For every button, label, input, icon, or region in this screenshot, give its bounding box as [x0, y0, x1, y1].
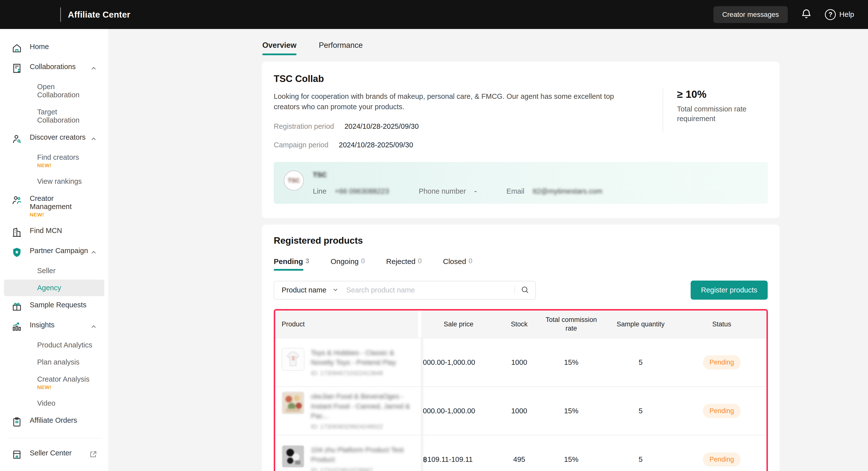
creator-messages-button[interactable]: Creator messages	[713, 6, 788, 23]
sidebar-item-insights[interactable]: Insights	[4, 317, 104, 336]
tab-rejected[interactable]: Rejected 0	[386, 257, 422, 271]
cell-stock: 1000	[496, 407, 543, 415]
cell-commission-rate: 15%	[543, 358, 600, 367]
product-thumbnail	[282, 348, 305, 371]
sidebar-item-plan-analysis[interactable]: Plan analysis	[4, 354, 104, 371]
sidebar-item-label: Plan analysis	[37, 358, 97, 366]
table-row[interactable]: 104 zhu Platform Product Test Product ID…	[275, 435, 767, 471]
campaign-description: Looking for cooperation with brands of m…	[274, 91, 633, 112]
register-products-button[interactable]: Register products	[691, 281, 768, 300]
sidebar-item-agency[interactable]: Agency	[4, 280, 104, 296]
chevron-up-icon	[90, 65, 97, 72]
sidebar-item-label: View rankings	[37, 177, 97, 186]
search-input[interactable]	[346, 286, 512, 294]
sidebar-item-label: Video	[37, 399, 97, 407]
sidebar-item-affiliate-orders[interactable]: Affiliate Orders	[4, 412, 104, 432]
registered-products-card: Registered products Pending 3 Ongoing 0 …	[262, 225, 780, 471]
new-badge: NEW!	[30, 212, 97, 218]
sidebar-item-creator-analysis[interactable]: Creator Analysis NEW!	[4, 371, 104, 395]
tab-label: Closed	[443, 257, 466, 266]
sidebar-item-discover-creators[interactable]: Discover creators	[4, 129, 104, 149]
search-icon[interactable]	[521, 285, 529, 295]
notifications-button[interactable]	[801, 8, 812, 21]
sidebar-item-seller[interactable]: Seller	[4, 262, 104, 279]
sidebar-item-seller-center[interactable]: Seller Center	[4, 445, 104, 464]
sidebar-item-sample-requests[interactable]: Sample Requests	[4, 297, 104, 316]
tab-count: 3	[305, 257, 309, 266]
sidebar-item-collaborations[interactable]: Collaborations	[4, 58, 104, 78]
sidebar-item-find-creators[interactable]: Find creators NEW!	[4, 149, 104, 172]
cell-status: Pending	[681, 452, 762, 467]
tab-performance[interactable]: Performance	[319, 41, 363, 55]
shield-icon	[11, 247, 22, 258]
topbar-brand: Affiliate Center	[0, 0, 130, 29]
cell-status: Pending	[681, 404, 762, 418]
new-badge: NEW!	[37, 384, 97, 390]
page-tabs: Overview Performance	[262, 36, 868, 55]
sidebar-item-label: Sample Requests	[30, 301, 97, 309]
tab-pending[interactable]: Pending 3	[274, 257, 309, 271]
discover-creators-icon	[11, 133, 22, 145]
chevron-down-icon	[332, 286, 339, 294]
product-thumbnail	[282, 445, 305, 468]
tab-ongoing[interactable]: Ongoing 0	[331, 257, 365, 271]
header-stock: Stock	[496, 320, 543, 328]
gift-icon	[11, 301, 22, 312]
tab-closed[interactable]: Closed 0	[443, 257, 472, 271]
search-field-dropdown[interactable]: Product name	[282, 286, 339, 294]
sidebar-item-label: Collaborations	[30, 63, 90, 71]
registered-products-title: Registered products	[274, 236, 768, 246]
campaign-title: TSC Collab	[274, 73, 663, 84]
table-row[interactable]: ckeJian Food & BeveraOges - Instant Food…	[275, 386, 767, 435]
home-icon	[11, 43, 22, 54]
sidebar-item-label: Insights	[30, 321, 90, 329]
question-icon: ?	[825, 9, 836, 20]
sidebar-item-view-rankings[interactable]: View rankings	[4, 173, 104, 190]
sidebar-item-label: Creator Management	[30, 194, 71, 211]
commission-label: Total commission rate requirement	[677, 104, 759, 124]
sidebar-item-label: Find creators	[37, 153, 79, 161]
creator-management-icon	[11, 195, 22, 206]
sidebar-item-find-mcn[interactable]: Find MCN	[4, 222, 104, 242]
help-button[interactable]: ? Help	[825, 9, 854, 20]
cell-commission-rate: 15%	[543, 407, 600, 415]
input-separator	[515, 286, 515, 294]
sidebar-item-open-collaboration[interactable]: Open Collaboration	[4, 78, 104, 103]
sidebar-item-home[interactable]: Home	[4, 38, 104, 58]
phone-label: Phone number	[418, 187, 466, 195]
registration-period-value: 2024/10/28-2025/09/30	[344, 122, 418, 130]
tab-overview[interactable]: Overview	[262, 41, 297, 55]
storefront-icon	[11, 449, 22, 460]
sidebar-item-partner-campaign[interactable]: Partner Campaign	[4, 243, 104, 262]
cell-sale-price: 000.00-1,000.00	[422, 358, 496, 367]
sidebar-item-label: Home	[30, 42, 97, 51]
table-header-row: Product Sale price Stock Total commissio…	[275, 311, 767, 338]
header-sale-price: Sale price	[422, 320, 496, 328]
cell-stock: 1000	[496, 358, 543, 367]
sidebar-item-video[interactable]: Video	[4, 395, 104, 412]
external-link-icon	[89, 450, 97, 459]
tab-count: 0	[361, 257, 365, 266]
contact-card: TSC TSC Line +66 0963088223 Phone number…	[274, 162, 768, 204]
building-icon	[11, 227, 22, 238]
bell-icon	[801, 8, 812, 21]
sidebar-item-label: Target Collaboration	[37, 108, 97, 124]
tab-count: 0	[418, 257, 422, 266]
topbar: Affiliate Center Creator messages ? Help	[0, 0, 868, 29]
sidebar-item-product-analytics[interactable]: Product Analytics	[4, 337, 104, 353]
header-status: Status	[681, 320, 762, 328]
cell-commission-rate: 15%	[543, 456, 600, 464]
sidebar-item-creator-management[interactable]: Creator Management NEW!	[4, 190, 104, 222]
table-row[interactable]: Toys & Hobbies - Classic & Novelty Toys …	[275, 338, 767, 386]
tab-label: Ongoing	[331, 257, 359, 266]
header-sample-quantity: Sample quantity	[600, 320, 681, 328]
tab-count: 0	[469, 257, 472, 266]
product-id: ID: 1731074910228667	[311, 467, 417, 471]
chevron-up-icon	[90, 135, 97, 143]
sidebar-item-target-collaboration[interactable]: Target Collaboration	[4, 104, 104, 128]
sidebar: Home Collaborations Open Collaboration T…	[0, 29, 108, 471]
tab-label: Rejected	[386, 257, 415, 266]
status-tabs: Pending 3 Ongoing 0 Rejected 0 Closed 0	[274, 257, 768, 271]
cell-sample-quantity: 5	[600, 456, 681, 464]
product-id: ID: 1730938329924249022	[311, 423, 417, 430]
